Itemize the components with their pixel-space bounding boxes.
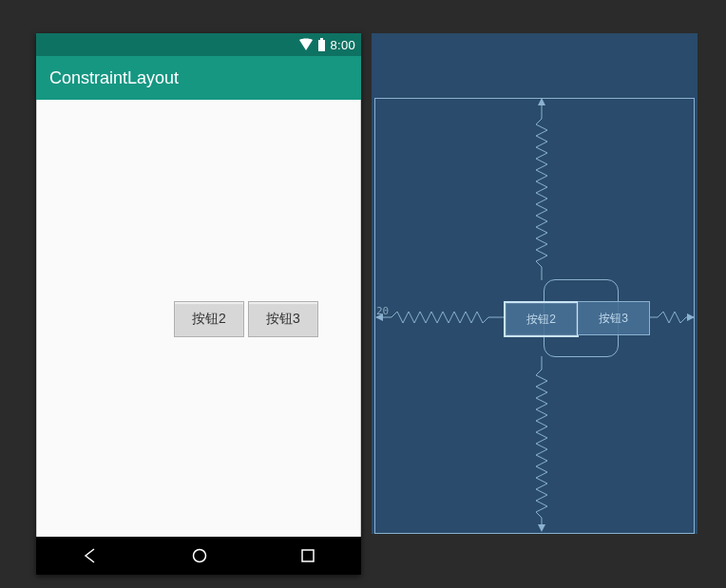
device-preview-panel[interactable]: 8:00 ConstraintLayout 按钮2 按钮3 — [36, 33, 361, 575]
recents-icon[interactable] — [300, 548, 315, 563]
battery-icon — [317, 38, 326, 51]
svg-rect-3 — [302, 550, 314, 561]
status-bar: 8:00 — [36, 33, 361, 56]
action-bar: ConstraintLayout — [36, 56, 361, 100]
app-title: ConstraintLayout — [49, 68, 179, 88]
arrow-right-icon — [687, 313, 695, 321]
blueprint-button-3-label: 按钮3 — [599, 311, 628, 327]
blueprint-button-2-label: 按钮2 — [526, 312, 556, 328]
blueprint-button-3[interactable]: 按钮3 — [578, 301, 650, 335]
app-body[interactable]: 按钮2 按钮3 — [36, 100, 361, 537]
home-icon[interactable] — [191, 547, 208, 564]
constraint-top-spring — [536, 100, 547, 280]
constraint-left-spring — [376, 312, 504, 323]
navigation-bar — [36, 537, 361, 575]
preview-button-2[interactable]: 按钮2 — [174, 301, 244, 337]
back-icon[interactable] — [82, 547, 99, 564]
arrow-down-icon — [538, 524, 545, 532]
margin-left-label: 20 — [376, 305, 389, 317]
svg-rect-0 — [318, 40, 325, 51]
svg-rect-1 — [320, 38, 323, 40]
constraint-bottom-spring — [536, 356, 547, 530]
preview-button-3[interactable]: 按钮3 — [248, 301, 318, 337]
preview-button-3-label: 按钮3 — [266, 311, 300, 328]
workspace: 8:00 ConstraintLayout 按钮2 按钮3 — [0, 0, 726, 588]
preview-button-2-label: 按钮2 — [192, 311, 226, 328]
status-time: 8:00 — [330, 38, 355, 52]
blueprint-panel[interactable]: 20 按钮2 按钮3 — [372, 33, 697, 534]
wifi-icon — [298, 38, 314, 51]
blueprint-button-2[interactable]: 按钮2 — [504, 301, 579, 337]
arrow-up-icon — [538, 98, 545, 105]
svg-point-2 — [193, 550, 205, 562]
